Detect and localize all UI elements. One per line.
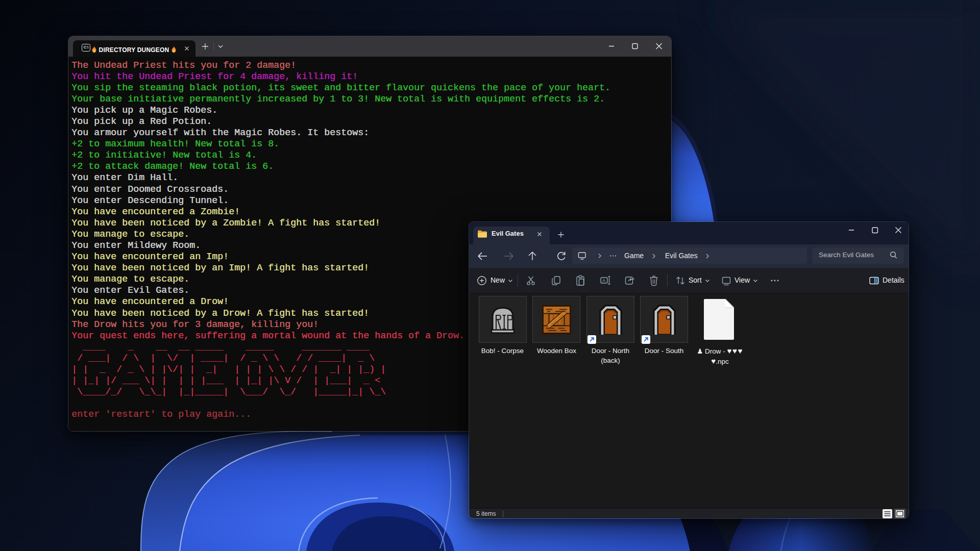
svg-text:A: A xyxy=(602,278,605,283)
